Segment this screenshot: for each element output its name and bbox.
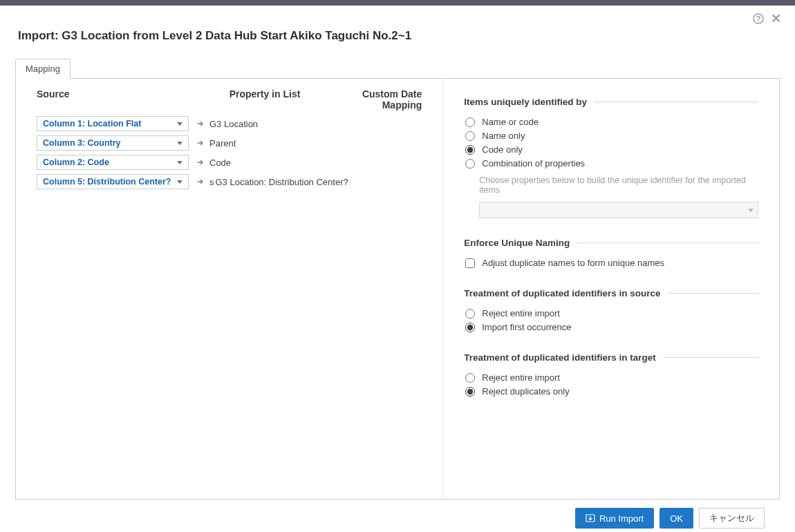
help-icon[interactable]: ? (753, 13, 764, 24)
tabs: Mapping (15, 58, 780, 78)
arrow-right-icon (197, 159, 204, 166)
source-select-value: Column 3: Country (43, 138, 121, 148)
section-dup-source-label: Treatment of duplicated identifiers in s… (464, 288, 660, 298)
divider (594, 102, 758, 102)
checkbox-input[interactable] (465, 258, 475, 268)
header-custom-date: Custom Date Mapping (330, 88, 429, 111)
radio-label: Code only (482, 144, 523, 155)
divider (577, 243, 758, 243)
source-select[interactable]: Column 3: Country (37, 135, 189, 151)
radio-input[interactable] (465, 131, 475, 141)
source-select-value: Column 1: Location Flat (43, 119, 141, 129)
mapping-pane: Source Property in List Custom Date Mapp… (16, 79, 443, 499)
radio-label: Combination of properties (482, 158, 585, 169)
mapping-row: Column 2: Code Code (37, 153, 429, 171)
radio-label: Reject entire import (482, 308, 560, 319)
close-icon[interactable]: ✕ (771, 12, 781, 25)
radio-source-first[interactable]: Import first occurrence (465, 322, 758, 332)
import-icon (586, 514, 595, 522)
svg-text:?: ? (756, 15, 761, 23)
dialog-title: Import: G3 Location from Level 2 Data Hu… (18, 29, 780, 43)
header-property: Property in List (199, 88, 330, 111)
combination-properties-select (479, 202, 758, 218)
dialog-panel: Source Property in List Custom Date Mapp… (15, 78, 780, 500)
section-enforce: Enforce Unique Naming (464, 238, 758, 248)
combination-hint-box: Choose properties below to build the uni… (479, 175, 758, 218)
radio-input[interactable] (465, 145, 475, 155)
radio-combination[interactable]: Combination of properties (465, 158, 758, 169)
radio-input[interactable] (465, 387, 475, 397)
arrow-right-icon (197, 178, 204, 185)
arrow-right-icon (197, 120, 204, 127)
button-label: Run Import (599, 513, 644, 524)
property-label: sG3 Location: Distribution Center? (209, 177, 348, 187)
radio-code-only[interactable]: Code only (465, 144, 758, 155)
tab-mapping[interactable]: Mapping (15, 59, 71, 79)
chevron-down-icon (748, 209, 754, 212)
source-select[interactable]: Column 2: Code (37, 155, 189, 170)
chevron-down-icon (177, 142, 183, 145)
radio-label: Import first occurrence (482, 322, 571, 332)
button-label: OK (670, 513, 683, 524)
property-label: Parent (209, 138, 236, 149)
radio-label: Reject entire import (482, 372, 560, 383)
options-pane: Items uniquely identified by Name or cod… (443, 79, 779, 499)
header-source: Source (37, 88, 199, 111)
radio-name-only[interactable]: Name only (465, 131, 758, 141)
section-dup-target: Treatment of duplicated identifiers in t… (464, 352, 758, 363)
import-dialog: ? ✕ Import: G3 Location from Level 2 Dat… (0, 6, 795, 532)
property-prefix: s (209, 177, 214, 187)
chevron-down-icon (177, 161, 183, 164)
radio-target-dupes-only[interactable]: Reject duplicates only (465, 386, 758, 397)
section-enforce-label: Enforce Unique Naming (464, 238, 570, 248)
property-text: G3 Location: Distribution Center? (216, 177, 348, 187)
source-select[interactable]: Column 5: Distribution Center? (37, 174, 189, 189)
chevron-down-icon (177, 180, 183, 184)
section-identity: Items uniquely identified by (464, 97, 758, 107)
mapping-row: Column 3: Country Parent (37, 134, 429, 152)
divider (668, 293, 758, 294)
section-dup-source: Treatment of duplicated identifiers in s… (464, 288, 758, 298)
checkbox-label: Adjust duplicate names to form unique na… (482, 258, 664, 268)
radio-input[interactable] (465, 159, 475, 169)
radio-label: Reject duplicates only (482, 386, 569, 397)
radio-label: Name or code (482, 117, 539, 127)
source-select-value: Column 5: Distribution Center? (43, 177, 171, 187)
section-identity-label: Items uniquely identified by (464, 97, 587, 107)
source-select-value: Column 2: Code (43, 158, 109, 167)
property-label: Code (209, 158, 231, 168)
radio-target-reject[interactable]: Reject entire import (465, 372, 758, 383)
mapping-row: Column 1: Location Flat G3 Location (37, 115, 429, 133)
app-topbar (0, 0, 795, 6)
section-dup-target-label: Treatment of duplicated identifiers in t… (464, 352, 656, 363)
radio-input[interactable] (465, 323, 475, 332)
radio-source-reject[interactable]: Reject entire import (465, 308, 758, 319)
radio-input[interactable] (465, 373, 475, 383)
run-import-button[interactable]: Run Import (575, 508, 654, 529)
radio-input[interactable] (465, 309, 475, 319)
mapping-row: Column 5: Distribution Center? sG3 Locat… (37, 173, 429, 191)
radio-name-or-code[interactable]: Name or code (465, 117, 758, 127)
radio-label: Name only (482, 131, 525, 141)
chevron-down-icon (177, 122, 183, 126)
cancel-button[interactable]: キャンセル (699, 508, 765, 529)
combination-hint: Choose properties below to build the uni… (479, 175, 758, 195)
source-select[interactable]: Column 1: Location Flat (37, 116, 189, 131)
radio-input[interactable] (465, 117, 475, 127)
button-label: キャンセル (709, 512, 754, 524)
divider (663, 357, 758, 358)
property-label: G3 Location (209, 119, 258, 129)
arrow-right-icon (197, 140, 204, 146)
ok-button[interactable]: OK (660, 508, 693, 529)
checkbox-adjust-duplicates[interactable]: Adjust duplicate names to form unique na… (465, 258, 758, 268)
dialog-footer: Run Import OK キャンセル (15, 500, 780, 532)
